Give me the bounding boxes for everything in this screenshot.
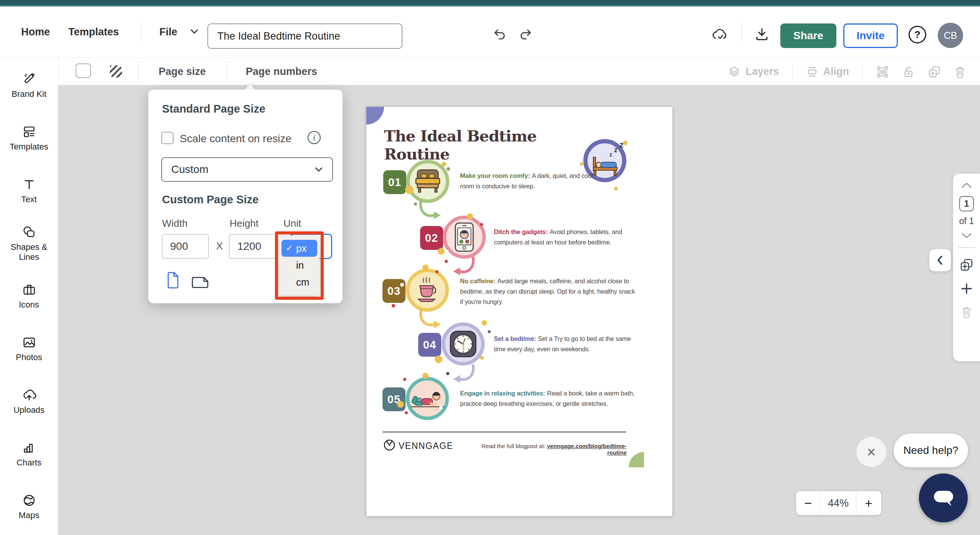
accent-dot [617, 156, 619, 159]
chat-button[interactable] [919, 474, 968, 522]
accent-dot [392, 304, 395, 307]
duplicate-page-icon[interactable] [960, 258, 973, 272]
accent-dot [580, 162, 583, 166]
sidebar-item-label: Uploads [13, 405, 45, 415]
height-label: Height [230, 218, 258, 229]
height-input[interactable] [229, 234, 277, 259]
page-size-preset-select[interactable]: Custom [161, 157, 333, 182]
page-navigator-panel: 1 of 1 [953, 174, 980, 361]
file-menu[interactable]: File [159, 7, 177, 58]
bar-chart-icon [22, 441, 36, 455]
accent-dot [480, 356, 484, 360]
download-icon[interactable] [753, 26, 770, 43]
scale-content-label: Scale content on resize [180, 133, 291, 145]
undo-icon[interactable] [491, 26, 508, 43]
step-text[interactable]: Ditch the gadgets:Avoid phones, tablets,… [494, 227, 626, 248]
divider [226, 61, 227, 82]
lock-icon[interactable] [902, 65, 915, 78]
tab-page-size[interactable]: Page size [159, 58, 206, 85]
delete-page-icon[interactable] [960, 306, 973, 319]
info-icon[interactable]: i [308, 131, 321, 144]
cloud-upload-icon [22, 388, 36, 402]
current-page-box[interactable]: 1 [959, 196, 974, 211]
divider [141, 22, 142, 43]
tab-page-numbers[interactable]: Page numbers [246, 58, 317, 85]
document-title-input[interactable] [207, 23, 402, 49]
zoom-out-button[interactable]: − [796, 491, 821, 515]
accent-dot [488, 330, 491, 333]
dismiss-help-button[interactable]: × [856, 437, 886, 467]
step-text[interactable]: No caffeine:Avoid large meals, caffeine,… [460, 276, 639, 307]
design-page[interactable]: The Ideal Bedtime Routine z z z 01 [366, 107, 672, 516]
accent-dot [445, 250, 449, 253]
unit-option-px[interactable]: ✓ px [281, 240, 317, 257]
share-button[interactable]: Share [780, 23, 836, 48]
step-number-badge[interactable]: 04 [418, 333, 441, 357]
wand-icon [22, 72, 36, 86]
page-background-swatch[interactable] [76, 63, 91, 78]
help-icon[interactable]: ? [909, 26, 926, 43]
landscape-orientation-icon[interactable] [192, 276, 209, 289]
chevron-down-icon [315, 167, 323, 172]
accent-dot [438, 248, 445, 255]
venngage-wordmark: VENNGAGE [399, 441, 453, 451]
accent-dot [435, 270, 439, 273]
avatar[interactable]: CB [938, 23, 963, 48]
frame-crop-icon[interactable] [876, 65, 889, 78]
sidebar-item-templates[interactable]: Templates [0, 112, 58, 164]
redo-icon[interactable] [518, 26, 535, 43]
sidebar-item-maps[interactable]: Maps [0, 480, 58, 533]
step-icon-circle[interactable] [443, 216, 486, 259]
scale-content-checkbox[interactable] [161, 132, 174, 144]
step-number-badge[interactable]: 02 [420, 226, 443, 250]
step-text[interactable]: Set a bedtime:Set a Try to go to bed at … [494, 334, 638, 354]
sidebar-item-brand-kit[interactable]: Brand Kit [0, 59, 58, 112]
blog-link[interactable]: venngage.com/blog/bedtime-routine [547, 443, 627, 456]
zoom-level[interactable]: 44% [821, 491, 856, 515]
layers-button[interactable]: Layers [728, 66, 779, 78]
sidebar-item-shapes-lines[interactable]: Shapes & Lines [0, 217, 58, 270]
templates-link[interactable]: Templates [68, 7, 119, 58]
trash-icon[interactable] [954, 65, 966, 78]
sidebar-item-uploads[interactable]: Uploads [0, 375, 58, 428]
step-icon-circle[interactable] [406, 269, 449, 312]
dimension-separator: X [216, 240, 223, 252]
portrait-orientation-icon[interactable] [167, 272, 179, 289]
collapse-panel-button[interactable] [929, 249, 951, 271]
step-number-badge[interactable]: 05 [382, 387, 406, 411]
next-page-chevron-icon[interactable] [961, 233, 972, 239]
invite-button[interactable]: Invite [843, 23, 898, 48]
need-help-bubble[interactable]: Need help? [894, 434, 968, 467]
previous-page-chevron-icon[interactable] [961, 182, 972, 188]
step-text[interactable]: Make your room comfy:A dark, quiet, and … [460, 171, 598, 191]
sidebar-item-label: Photos [16, 352, 42, 362]
step-text[interactable]: Engage in relaxing activities:Read a boo… [460, 388, 637, 409]
step-icon-circle[interactable] [406, 377, 449, 420]
photo-icon [22, 336, 36, 349]
width-label: Width [162, 218, 187, 229]
background-pattern-icon[interactable] [109, 65, 123, 78]
add-page-icon[interactable] [960, 282, 973, 296]
zoom-in-button[interactable]: + [856, 491, 881, 515]
accent-dot [414, 203, 417, 206]
width-input[interactable] [162, 234, 209, 259]
duplicate-icon[interactable] [928, 65, 941, 78]
globe-icon [22, 493, 36, 507]
infographic-title[interactable]: The Ideal Bedtime Routine [384, 127, 584, 163]
shapes-icon [22, 225, 36, 239]
sidebar-item-photos[interactable]: Photos [0, 322, 58, 375]
align-button[interactable]: Align [806, 66, 849, 78]
unit-option-in[interactable]: in [281, 257, 317, 274]
unit-option-cm[interactable]: cm [281, 274, 317, 291]
corner-decoration [629, 452, 644, 467]
home-link[interactable]: Home [21, 7, 50, 58]
sidebar-item-charts[interactable]: Charts [0, 428, 58, 480]
zoom-bar: − 44% + [796, 491, 881, 515]
step-icon-circle[interactable] [442, 322, 485, 366]
divider [862, 62, 862, 81]
step-number-badge[interactable]: 01 [383, 170, 406, 194]
sidebar-item-icons[interactable]: Icons [0, 270, 58, 322]
unit-label: Unit [283, 218, 301, 229]
step-icon-circle[interactable] [406, 160, 449, 203]
sidebar-item-text[interactable]: Text [0, 164, 58, 217]
